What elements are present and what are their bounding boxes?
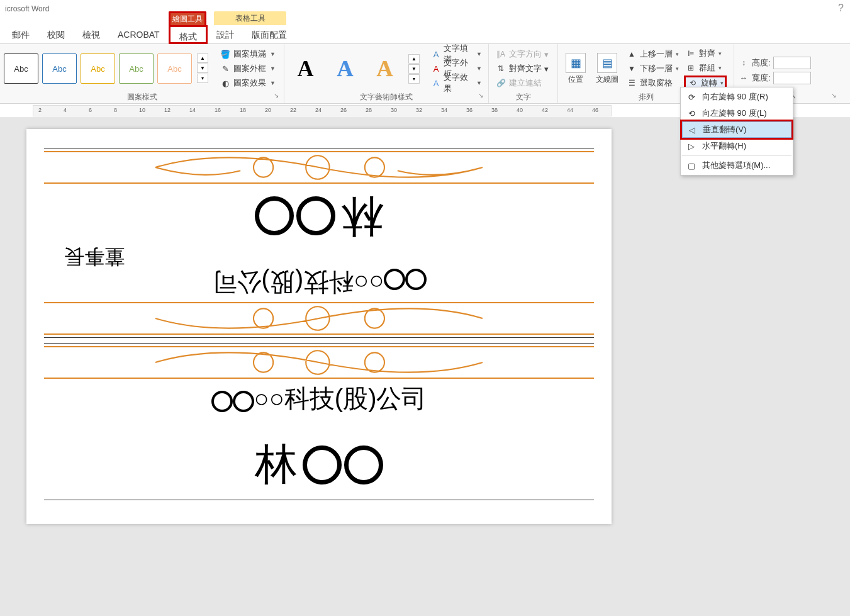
bring-forward-icon: ▲ — [626, 49, 637, 59]
align-button[interactable]: ⊫ 對齊▾ — [684, 47, 727, 60]
ornament-svg — [123, 302, 515, 335]
gallery-more-icon[interactable]: ▾ — [197, 74, 208, 83]
more-options-icon: ▢ — [686, 160, 697, 171]
name-text-flipped: 林 — [44, 184, 594, 256]
group-button[interactable]: ⊞ 群組▾ — [684, 61, 727, 75]
gallery-more-icon[interactable]: ▾ — [408, 74, 420, 84]
wordart-style-3[interactable]: A — [367, 53, 402, 84]
company-text-flipped: ○○科技(股)公司 — [44, 256, 594, 302]
gallery-up-icon[interactable]: ▲ — [408, 54, 420, 64]
group-label-shape-styles: 圖案樣式 ↘ — [4, 91, 280, 103]
link-icon: 🔗 — [495, 78, 506, 88]
flip-horizontal-icon: ▷ — [686, 140, 697, 152]
shape-outline-button[interactable]: ✎ 圖案外框 ▼ — [217, 62, 278, 76]
flip-horizontal[interactable]: ▷ 水平翻轉(H) — [682, 138, 791, 154]
title-bar: icrosoft Word ? — [0, 0, 850, 18]
company-text: ○○科技(股)公司 — [44, 379, 594, 425]
page: 董事長 林 ○○科技(股)公司 ○○科技(股)公司 林 — [26, 129, 612, 524]
menu-separator — [682, 155, 791, 156]
width-input[interactable] — [773, 72, 811, 84]
pen-icon: ✎ — [220, 64, 231, 74]
text-direction-icon: ∥A — [495, 49, 506, 59]
dialog-launcher-icon[interactable]: ↘ — [274, 89, 279, 102]
shape-style-3[interactable]: Abc — [81, 53, 115, 84]
tab-mail[interactable]: 郵件 — [3, 25, 38, 44]
width-row: ↔ 寬度: — [738, 72, 811, 84]
shape-style-2[interactable]: Abc — [42, 53, 77, 84]
bring-forward-button[interactable]: ▲ 上移一層▾ — [625, 47, 680, 61]
context-tab-drawing[interactable]: 繪圖工具 — [169, 11, 206, 25]
name-text: 林 — [44, 425, 594, 497]
text-effects-button[interactable]: A 文字效果 ▼ — [428, 76, 484, 90]
name-card[interactable]: ○○科技(股)公司 林 — [44, 343, 594, 500]
align-icon: ⊫ — [685, 48, 696, 59]
send-backward-button[interactable]: ▼ 下移一層▾ — [625, 62, 680, 76]
flip-vertical-icon: ◁ — [686, 124, 698, 135]
effects-icon: ◐ — [220, 78, 231, 88]
tab-layout[interactable]: 版面配置 — [243, 25, 296, 44]
position-button[interactable]: ▦ 位置 — [562, 50, 590, 87]
tab-view[interactable]: 檢視 — [74, 25, 109, 44]
ribbon-tabs: 郵件 校閱 檢視 ACROBAT 格式 設計 版面配置 — [0, 25, 850, 44]
wordart-style-2[interactable]: A — [328, 53, 362, 84]
shape-fill-button[interactable]: 🪣 圖案填滿 ▼ — [217, 47, 278, 61]
document-area[interactable]: 董事長 林 ○○科技(股)公司 ○○科技(股)公司 林 — [0, 118, 850, 616]
chevron-down-icon: ▼ — [270, 51, 276, 57]
gallery-up-icon[interactable]: ▲ — [197, 53, 208, 63]
rotate-left-90[interactable]: ⟲ 向左旋轉 90 度(L) — [682, 105, 791, 121]
gallery-down-icon[interactable]: ▼ — [408, 64, 420, 74]
gallery-down-icon[interactable]: ▼ — [197, 64, 208, 73]
wrap-text-button[interactable]: ▤ 文繞圖 — [593, 50, 621, 87]
ornament-border-top — [44, 151, 594, 184]
help-icon[interactable]: ? — [838, 3, 844, 14]
gallery-nav: ▲ ▼ ▾ — [197, 53, 208, 84]
dialog-launcher-icon[interactable]: ↘ — [478, 89, 483, 102]
ornament-border-top — [44, 346, 594, 379]
tab-design[interactable]: 設計 — [208, 25, 243, 44]
height-row: ↕ 高度: — [738, 57, 811, 69]
horizontal-ruler[interactable]: 2468101214161820222426283032343638404244… — [33, 105, 612, 116]
selection-pane-button[interactable]: ☰ 選取窗格 — [625, 76, 680, 90]
wordart-gallery: A A A ▲ ▼ ▾ — [288, 53, 420, 84]
ornament-border-bottom — [44, 302, 594, 335]
chevron-down-icon: ▼ — [476, 80, 482, 86]
chevron-down-icon: ▼ — [270, 65, 276, 72]
tab-acrobat[interactable]: ACROBAT — [109, 25, 169, 44]
rotate-menu: ⟳ 向右旋轉 90 度(R) ⟲ 向左旋轉 90 度(L) ◁ 垂直翻轉(V) … — [680, 87, 793, 176]
wordart-style-1[interactable]: A — [288, 53, 323, 84]
shape-style-4[interactable]: Abc — [119, 53, 154, 84]
ornament-svg — [123, 151, 515, 184]
dialog-launcher-icon[interactable]: ↘ — [831, 89, 836, 102]
context-tab-table[interactable]: 表格工具 — [214, 11, 286, 25]
group-icon: ⊞ — [685, 63, 696, 73]
wrap-text-icon: ▤ — [597, 53, 617, 73]
group-wordart: A A A ▲ ▼ ▾ A 文字填滿 ▼ A 文字外框 ▼ — [284, 44, 489, 103]
group-shape-styles: Abc Abc Abc Abc Abc ▲ ▼ ▾ 🪣 圖案填滿 ▼ ✎ — [0, 44, 284, 103]
tab-format[interactable]: 格式 — [169, 25, 208, 44]
shape-fill-label: 圖案填滿 — [233, 48, 266, 60]
shape-effects-button[interactable]: ◐ 圖案效果 ▼ — [217, 76, 278, 90]
group-text: ∥A 文字方向▾ ⇅ 對齊文字▾ 🔗 建立連結 文字 — [489, 44, 558, 103]
placeholder-circle — [255, 197, 294, 236]
position-icon: ▦ — [566, 53, 586, 73]
rotate-right-90[interactable]: ⟳ 向右旋轉 90 度(R) — [682, 89, 791, 105]
shape-style-gallery: Abc Abc Abc Abc Abc ▲ ▼ ▾ — [4, 53, 208, 84]
chevron-down-icon: ▼ — [476, 51, 482, 57]
more-rotation-options[interactable]: ▢ 其他旋轉選項(M)... — [682, 157, 791, 174]
name-card-flipped[interactable]: 董事長 林 ○○科技(股)公司 — [44, 148, 594, 338]
send-backward-icon: ▼ — [626, 64, 637, 74]
tab-review[interactable]: 校閱 — [38, 25, 74, 44]
wordart-gallery-nav: ▲ ▼ ▾ — [408, 54, 420, 84]
rotate-right-icon: ⟳ — [686, 91, 697, 103]
align-text-icon: ⇅ — [495, 64, 506, 74]
flip-vertical[interactable]: ◁ 垂直翻轉(V) — [682, 121, 791, 138]
chevron-down-icon: ▼ — [270, 80, 276, 86]
shape-style-5[interactable]: Abc — [157, 53, 192, 84]
shape-style-1[interactable]: Abc — [4, 53, 38, 84]
height-input[interactable] — [773, 57, 811, 69]
selection-pane-icon: ☰ — [626, 78, 637, 88]
text-effects-icon: A — [431, 78, 441, 88]
align-text-button[interactable]: ⇅ 對齊文字▾ — [493, 62, 551, 76]
wordart-ops: A 文字填滿 ▼ A 文字外框 ▼ A 文字效果 ▼ — [428, 47, 484, 90]
app-title: icrosoft Word — [5, 4, 49, 13]
